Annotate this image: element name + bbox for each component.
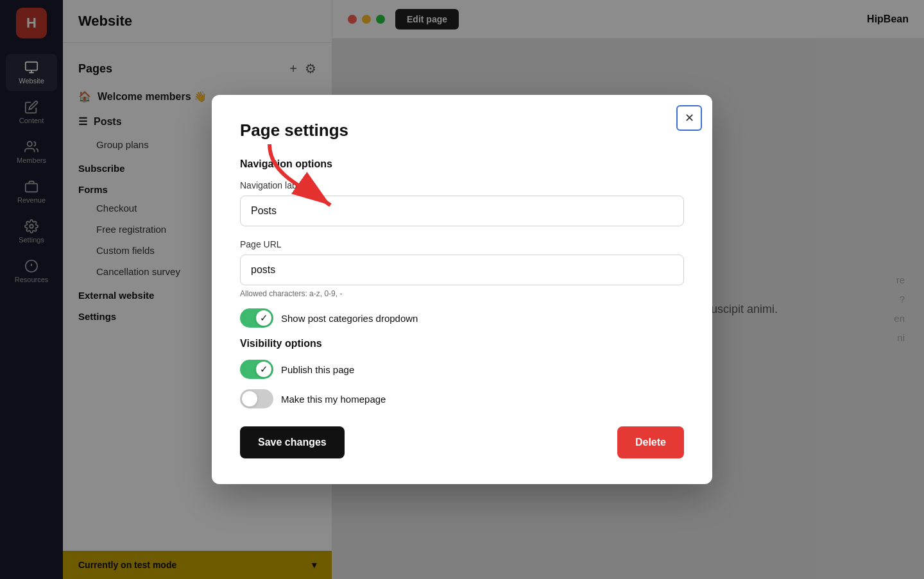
- page-settings-modal: ✕ Page settings Navigation options Navig…: [212, 95, 712, 484]
- save-changes-button[interactable]: Save changes: [240, 426, 345, 458]
- show-categories-row: ✓ Show post categories dropdown: [240, 308, 684, 328]
- homepage-toggle-knob: ✓: [242, 391, 257, 407]
- show-categories-label: Show post categories dropdown: [281, 313, 418, 324]
- nav-label-field-label: Navigation label: [240, 180, 684, 190]
- page-url-input[interactable]: [240, 255, 684, 285]
- nav-options-title: Navigation options: [240, 158, 684, 170]
- publish-page-row: ✓ Publish this page: [240, 360, 684, 379]
- toggle-knob: ✓: [256, 310, 271, 326]
- allowed-chars-hint: Allowed characters: a-z, 0-9, -: [240, 289, 684, 298]
- publish-page-toggle[interactable]: ✓: [240, 360, 273, 379]
- homepage-toggle[interactable]: ✓: [240, 389, 273, 408]
- publish-page-label: Publish this page: [281, 364, 354, 375]
- modal-overlay: ✕ Page settings Navigation options Navig…: [0, 0, 924, 579]
- modal-close-button[interactable]: ✕: [676, 105, 702, 131]
- nav-label-input[interactable]: [240, 196, 684, 226]
- delete-button[interactable]: Delete: [617, 426, 684, 458]
- publish-toggle-knob: ✓: [256, 362, 271, 377]
- homepage-label: Make this my homepage: [281, 394, 386, 405]
- toggle-check-icon: ✓: [260, 312, 268, 324]
- page-url-field-label: Page URL: [240, 239, 684, 249]
- modal-title: Page settings: [240, 121, 684, 140]
- publish-check-icon: ✓: [260, 364, 268, 375]
- modal-footer: Save changes Delete: [240, 426, 684, 458]
- show-categories-toggle[interactable]: ✓: [240, 308, 273, 328]
- visibility-title: Visibility options: [240, 338, 684, 349]
- homepage-row: ✓ Make this my homepage: [240, 389, 684, 408]
